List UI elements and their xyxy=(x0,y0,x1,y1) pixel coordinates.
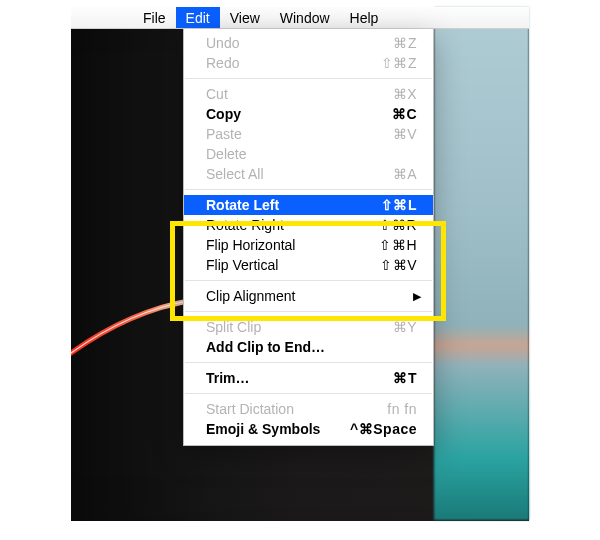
menu-item-shortcut: ⇧⌘H xyxy=(357,237,417,253)
menu-item-shortcut: ⌘A xyxy=(357,166,417,182)
menu-item-label: Paste xyxy=(206,126,357,142)
menu-item-label: Split Clip xyxy=(206,319,357,335)
menu-item-label: Start Dictation xyxy=(206,401,357,417)
menu-item-label: Delete xyxy=(206,146,357,162)
menu-item-paste: Paste⌘V xyxy=(184,124,433,144)
menu-item-label: Redo xyxy=(206,55,357,71)
edit-menu-dropdown: Undo⌘ZRedo⇧⌘ZCut⌘XCopy⌘CPaste⌘VDeleteSel… xyxy=(183,29,434,446)
menu-item-shortcut: ⌘X xyxy=(357,86,417,102)
menu-item-select-all: Select All⌘A xyxy=(184,164,433,184)
menu-item-shortcut: ⌘V xyxy=(357,126,417,142)
menubar-item-label: File xyxy=(143,10,166,26)
menu-item-rotate-right[interactable]: Rotate Right⇧⌘R xyxy=(184,215,433,235)
menu-item-label: Add Clip to End… xyxy=(206,339,357,355)
menu-separator xyxy=(185,280,432,281)
menu-separator xyxy=(185,311,432,312)
menu-item-label: Copy xyxy=(206,106,357,122)
menu-item-delete: Delete xyxy=(184,144,433,164)
menu-item-copy[interactable]: Copy⌘C xyxy=(184,104,433,124)
menu-item-cut: Cut⌘X xyxy=(184,84,433,104)
menubar-item-edit[interactable]: Edit xyxy=(176,7,220,28)
menubar: FileEditViewWindowHelp xyxy=(71,7,529,29)
menubar-item-file[interactable]: File xyxy=(133,7,176,28)
menubar-item-window[interactable]: Window xyxy=(270,7,340,28)
menu-item-label: Trim… xyxy=(206,370,357,386)
menu-item-redo: Redo⇧⌘Z xyxy=(184,53,433,73)
menu-item-label: Undo xyxy=(206,35,357,51)
menu-item-undo: Undo⌘Z xyxy=(184,33,433,53)
menu-item-emoji-symbols[interactable]: Emoji & Symbols^⌘Space xyxy=(184,419,433,439)
menu-separator xyxy=(185,78,432,79)
menubar-item-label: View xyxy=(230,10,260,26)
menubar-item-label: Window xyxy=(280,10,330,26)
submenu-arrow-icon: ▶ xyxy=(413,290,421,303)
menu-separator xyxy=(185,362,432,363)
menu-item-flip-horizontal[interactable]: Flip Horizontal⇧⌘H xyxy=(184,235,433,255)
menu-item-label: Select All xyxy=(206,166,357,182)
menu-item-label: Flip Horizontal xyxy=(206,237,357,253)
menubar-item-help[interactable]: Help xyxy=(340,7,389,28)
menu-item-shortcut: ⇧⌘L xyxy=(357,197,417,213)
menu-item-label: Emoji & Symbols xyxy=(206,421,350,437)
menu-item-start-dictation: Start Dictationfn fn xyxy=(184,399,433,419)
menu-item-label: Cut xyxy=(206,86,357,102)
menu-item-shortcut: ^⌘Space xyxy=(350,421,417,437)
menu-item-label: Flip Vertical xyxy=(206,257,357,273)
menu-item-label: Clip Alignment xyxy=(206,288,417,304)
menu-separator xyxy=(185,189,432,190)
menubar-item-view[interactable]: View xyxy=(220,7,270,28)
menu-item-trim[interactable]: Trim…⌘T xyxy=(184,368,433,388)
menu-item-shortcut: ⌘C xyxy=(357,106,417,122)
background-photo-right xyxy=(434,7,529,520)
menu-item-label: Rotate Right xyxy=(206,217,357,233)
menubar-item-label: Edit xyxy=(186,10,210,26)
menu-item-label: Rotate Left xyxy=(206,197,357,213)
menu-item-shortcut: fn fn xyxy=(357,401,417,417)
menu-item-flip-vertical[interactable]: Flip Vertical⇧⌘V xyxy=(184,255,433,275)
menu-item-add-clip-to-end[interactable]: Add Clip to End… xyxy=(184,337,433,357)
menu-item-shortcut: ⌘T xyxy=(357,370,417,386)
menu-item-shortcut: ⇧⌘Z xyxy=(357,55,417,71)
menu-item-shortcut: ⌘Z xyxy=(357,35,417,51)
stage: FileEditViewWindowHelp Undo⌘ZRedo⇧⌘ZCut⌘… xyxy=(0,0,600,540)
menubar-item-label: Help xyxy=(350,10,379,26)
menu-item-shortcut: ⇧⌘V xyxy=(357,257,417,273)
menu-item-shortcut: ⇧⌘R xyxy=(357,217,417,233)
menu-item-shortcut: ⌘Y xyxy=(357,319,417,335)
menu-item-split-clip: Split Clip⌘Y xyxy=(184,317,433,337)
menu-item-clip-alignment[interactable]: Clip Alignment▶ xyxy=(184,286,433,306)
menu-separator xyxy=(185,393,432,394)
menu-item-rotate-left[interactable]: Rotate Left⇧⌘L xyxy=(184,195,433,215)
